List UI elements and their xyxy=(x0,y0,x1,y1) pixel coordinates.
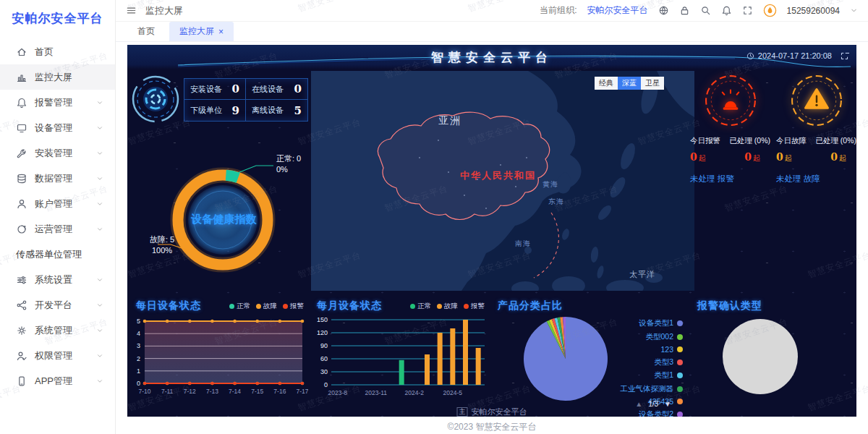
org-badge-tag: 主 xyxy=(457,407,468,417)
monitor-icon xyxy=(16,72,27,83)
dashboard-fullscreen-icon[interactable] xyxy=(840,51,849,61)
alarm-confirm-title: 报警确认类型 xyxy=(697,299,762,312)
tab-首页[interactable]: 首页 xyxy=(127,22,165,41)
search-icon[interactable] xyxy=(700,5,711,16)
sidebar-item-operation[interactable]: 运营管理 xyxy=(0,216,115,242)
app-window: 安帕尔安全平台 首页监控大屏报警管理设备管理安装管理数据管理账户管理运营管理传感… xyxy=(0,0,868,434)
sidebar-item-settings[interactable]: 系统设置 xyxy=(0,267,115,292)
svg-text:2024-2: 2024-2 xyxy=(405,389,425,396)
tab-监控大屏[interactable]: 监控大屏× xyxy=(169,22,234,41)
chevron-down-icon xyxy=(96,302,103,309)
pie-legend-item-类型3[interactable]: 类型3 xyxy=(654,357,683,367)
svg-text:150: 150 xyxy=(317,316,328,323)
tab-bar: 首页监控大屏× xyxy=(116,22,868,42)
daily-chart-title: 每日设备状态 xyxy=(136,299,201,312)
pie-legend-item-设备类型2[interactable]: 设备类型2 xyxy=(639,409,683,417)
unhandled-alarm-link[interactable]: 未处理 报警 xyxy=(690,174,734,184)
bell-icon[interactable] xyxy=(721,5,732,16)
settings-icon xyxy=(16,274,27,286)
clock-icon xyxy=(746,52,754,60)
dashboard: 智慧安全云平台 2024-07-17 21:20:08 安装设备0在线设备0下级… xyxy=(127,45,856,417)
breadcrumb: 监控大屏 xyxy=(145,4,183,17)
chevron-down-icon xyxy=(96,378,103,385)
svg-text:1: 1 xyxy=(137,367,140,375)
legend-item-故障[interactable]: 故障 xyxy=(256,302,277,311)
legend-item-正常[interactable]: 正常 xyxy=(229,302,250,311)
pie-page-up-icon[interactable]: ▲ xyxy=(635,400,642,408)
sidebar-item-home[interactable]: 首页 xyxy=(0,39,115,64)
tech-ring-icon xyxy=(130,74,181,124)
pie-legend-item-设备类型1[interactable]: 设备类型1 xyxy=(639,318,683,328)
sidebar-item-label: 报警管理 xyxy=(35,96,72,109)
pie-pagination: ▲ 1/3 ▼ xyxy=(635,400,671,408)
svg-text:7-16: 7-16 xyxy=(273,388,286,395)
svg-text:7-12: 7-12 xyxy=(184,388,196,395)
user-phone[interactable]: 15259260094 xyxy=(787,6,840,16)
pie-legend-item-工业气体探测器[interactable]: 工业气体探测器 xyxy=(621,384,684,394)
globe-icon[interactable] xyxy=(658,5,669,16)
legend-item-报警[interactable]: 报警 xyxy=(283,302,304,311)
home-icon xyxy=(16,46,27,58)
sidebar-item-label: 安装管理 xyxy=(35,147,72,160)
pie-legend-item-123[interactable]: 123 xyxy=(660,345,683,354)
health-fault-label: 故障: 5100% xyxy=(133,234,191,256)
fault-title: 今日故障 xyxy=(776,136,807,146)
svg-text:7-17: 7-17 xyxy=(296,388,308,395)
map-style-经典[interactable]: 经典 xyxy=(595,77,618,90)
sidebar-item-alarm[interactable]: 报警管理 xyxy=(0,90,115,115)
svg-text:7-10: 7-10 xyxy=(138,388,150,395)
pie-legend-item-类型1[interactable]: 类型1 xyxy=(654,370,683,380)
sidebar-item-data[interactable]: 数据管理 xyxy=(0,166,115,191)
develop-icon xyxy=(16,299,27,311)
lock-icon[interactable] xyxy=(679,5,690,16)
sidebar-item-label: 账户管理 xyxy=(35,197,72,210)
app-logo: 安帕尔安全平台 xyxy=(0,0,115,36)
fault-warning-icon xyxy=(790,74,843,127)
stat-cell: 安装设备0 xyxy=(184,79,246,100)
pie-legend-item-类型002[interactable]: 类型002 xyxy=(645,332,683,342)
sidebar-item-permission[interactable]: 权限管理 xyxy=(0,343,115,368)
fullscreen-icon[interactable] xyxy=(742,5,753,16)
sidebar-item-account[interactable]: 账户管理 xyxy=(0,191,115,216)
sidebar-item-device[interactable]: 设备管理 xyxy=(0,115,115,140)
sidebar-item-label: 首页 xyxy=(35,46,54,59)
avatar-icon[interactable] xyxy=(763,4,777,17)
legend-item-故障[interactable]: 故障 xyxy=(437,302,458,311)
sidebar-item-develop[interactable]: 开发平台 xyxy=(0,292,115,318)
org-badge-name: 安帕尔安全平台 xyxy=(472,407,527,417)
fault-handled-label: 已处理 (0%) xyxy=(815,136,856,146)
sidebar-item-app[interactable]: APP管理 xyxy=(0,368,115,393)
sidebar-item-monitor[interactable]: 监控大屏 xyxy=(0,64,115,90)
org-name[interactable]: 安帕尔安全平台 xyxy=(587,4,648,17)
dashboard-header: 智慧安全云平台 2024-07-17 21:20:08 xyxy=(127,45,856,69)
legend-item-报警[interactable]: 报警 xyxy=(464,302,485,311)
daily-chart-canvas: 0123457-107-117-127-137-147-157-167-17 xyxy=(129,312,308,407)
alarm-confirm-canvas xyxy=(720,317,800,396)
svg-text:7-13: 7-13 xyxy=(206,388,218,395)
product-pie-canvas xyxy=(518,311,613,407)
collapse-menu-icon[interactable] xyxy=(126,5,137,16)
sidebar-menu: 首页监控大屏报警管理设备管理安装管理数据管理账户管理运营管理传感器单位管理系统设… xyxy=(0,36,115,393)
org-map-badge[interactable]: 主 安帕尔安全平台 xyxy=(457,407,527,417)
fault-total: 0起 xyxy=(776,150,792,163)
app-icon xyxy=(16,375,27,387)
sidebar-item-install[interactable]: 安装管理 xyxy=(0,140,115,166)
chevron-down-icon[interactable] xyxy=(850,7,858,14)
chevron-down-icon xyxy=(96,124,103,132)
map-style-卫星[interactable]: 卫星 xyxy=(641,77,664,90)
china-map[interactable]: 亚洲中华人民共和国黄海东海南海太平洋 经典深蓝卫星 xyxy=(311,71,694,291)
alarm-siren-icon xyxy=(704,74,757,127)
map-style-深蓝[interactable]: 深蓝 xyxy=(618,77,641,90)
unhandled-fault-link[interactable]: 未处理 故障 xyxy=(776,174,820,184)
svg-text:7-11: 7-11 xyxy=(161,388,174,395)
sidebar-item-system[interactable]: 系统管理 xyxy=(0,318,115,343)
legend-item-正常[interactable]: 正常 xyxy=(410,302,431,311)
sidebar-item-label: 系统设置 xyxy=(35,273,72,286)
svg-text:2: 2 xyxy=(137,355,140,362)
permission-icon xyxy=(16,350,27,362)
sidebar-item-label: 权限管理 xyxy=(35,349,72,362)
sidebar: 安帕尔安全平台 首页监控大屏报警管理设备管理安装管理数据管理账户管理运营管理传感… xyxy=(0,0,116,434)
tab-close-icon[interactable]: × xyxy=(218,27,224,36)
pie-page-down-icon[interactable]: ▼ xyxy=(664,400,671,408)
fault-handled-count: 0起 xyxy=(830,150,846,163)
